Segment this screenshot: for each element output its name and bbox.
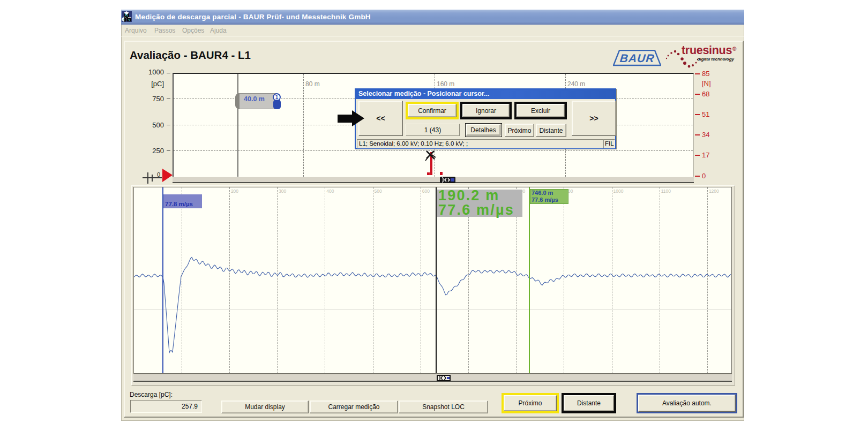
svg-text:BAUR: BAUR	[619, 52, 655, 64]
svg-text:®: ®	[732, 46, 737, 52]
svg-text:digital technology: digital technology	[698, 57, 735, 62]
svg-text:truesinus: truesinus	[682, 44, 732, 57]
